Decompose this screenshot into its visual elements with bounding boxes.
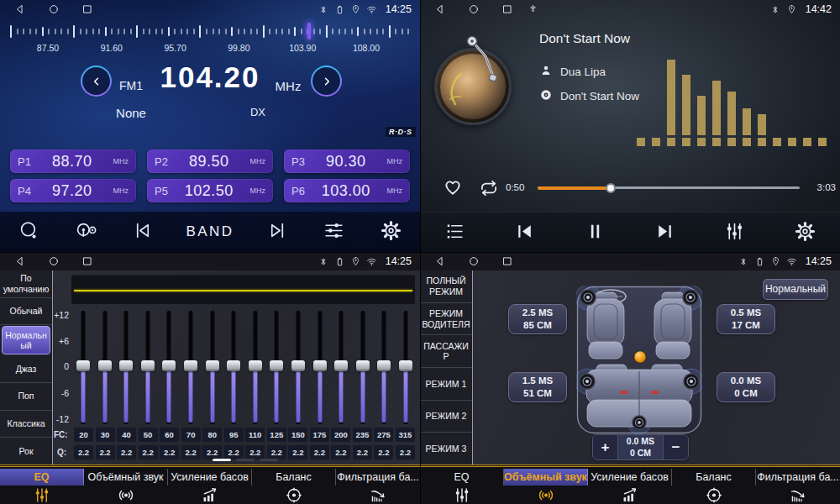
next-station-button[interactable]: [263, 220, 291, 244]
q-value-chip[interactable]: 2.2: [160, 445, 179, 459]
equalizer-button[interactable]: [721, 221, 749, 245]
fc-value-chip[interactable]: 275: [374, 428, 393, 442]
tab-filter[interactable]: Фильтрация ба...: [756, 465, 840, 504]
fc-value-chip[interactable]: 150: [288, 428, 307, 442]
slider-handle[interactable]: [98, 360, 112, 371]
recents-icon[interactable]: [81, 255, 93, 268]
broadcast-button[interactable]: [71, 220, 100, 244]
surround-mode-item[interactable]: РЕЖИМ 2: [420, 401, 472, 433]
slider-handle[interactable]: [162, 360, 176, 371]
tab-filter[interactable]: Фильтрация ба...: [336, 465, 420, 504]
search-button[interactable]: [14, 220, 43, 244]
rear-right-delay-button[interactable]: 0.0 MS 0 CM: [717, 372, 775, 402]
eq-band-slider[interactable]: [311, 311, 329, 424]
fc-value-chip[interactable]: 20: [74, 428, 93, 442]
q-value-chip[interactable]: 2.2: [96, 445, 115, 459]
back-icon[interactable]: [13, 3, 26, 16]
slider-handle[interactable]: [76, 360, 90, 371]
eq-band-slider[interactable]: [354, 311, 372, 424]
recents-icon[interactable]: [501, 3, 513, 16]
settings-button[interactable]: [790, 221, 819, 245]
fc-value-chip[interactable]: 175: [310, 428, 329, 442]
eq-band-slider[interactable]: [96, 311, 114, 424]
fc-value-chip[interactable]: 110: [245, 428, 265, 442]
fc-value-chip[interactable]: 60: [160, 428, 179, 442]
tab-surround-sound[interactable]: Объёмный звук: [504, 465, 588, 504]
tab-balance[interactable]: Баланс: [252, 465, 336, 504]
surround-mode-item[interactable]: РЕЖИМ 3: [420, 433, 472, 465]
tuner-scale[interactable]: [10, 23, 410, 40]
recents-icon[interactable]: [81, 3, 93, 16]
tab-eq[interactable]: EQ: [420, 465, 504, 504]
eq-page-dot[interactable]: [260, 459, 278, 461]
eq-band-slider[interactable]: [396, 311, 415, 424]
eq-band-slider[interactable]: [375, 311, 393, 424]
slider-handle[interactable]: [399, 360, 412, 371]
q-value-chip[interactable]: 2.2: [74, 445, 93, 459]
q-value-chip[interactable]: 2.2: [396, 445, 415, 459]
settings-button[interactable]: [377, 220, 406, 244]
eq-band-slider[interactable]: [224, 311, 243, 424]
radio-preset-button[interactable]: P390.30MHz: [284, 150, 410, 173]
q-value-chip[interactable]: 2.2: [245, 445, 265, 459]
tab-surround-sound[interactable]: Объёмный звук: [84, 465, 168, 504]
radio-preset-button[interactable]: P289.50MHz: [147, 150, 273, 173]
back-icon[interactable]: [433, 255, 446, 268]
tab-balance[interactable]: Баланс: [672, 465, 756, 504]
slider-handle[interactable]: [291, 360, 305, 371]
delay-increase-button[interactable]: +: [593, 435, 618, 459]
eq-band-slider[interactable]: [267, 311, 286, 424]
tab-bass-boost[interactable]: Усиление басов: [168, 465, 252, 504]
radio-preset-button[interactable]: P5102.50MHz: [147, 179, 273, 202]
slider-handle[interactable]: [119, 360, 133, 371]
repeat-button[interactable]: [478, 177, 500, 202]
eq-band-slider[interactable]: [332, 311, 350, 424]
tab-bass-boost[interactable]: Усиление басов: [588, 465, 672, 504]
eq-band-slider[interactable]: [139, 311, 157, 424]
eq-band-slider[interactable]: [117, 311, 135, 424]
q-value-chip[interactable]: 2.2: [288, 445, 307, 459]
progress-knob[interactable]: [606, 183, 616, 193]
previous-station-button[interactable]: [129, 220, 157, 244]
eq-preset-item[interactable]: Поп: [0, 383, 52, 411]
seek-up-button[interactable]: [311, 66, 342, 97]
slider-handle[interactable]: [249, 360, 262, 371]
q-value-chip[interactable]: 2.2: [139, 445, 158, 459]
eq-band-slider[interactable]: [74, 311, 92, 424]
radio-preset-button[interactable]: P497.20MHz: [10, 179, 136, 202]
band-button[interactable]: BAND: [186, 223, 234, 240]
fc-value-chip[interactable]: 315: [396, 428, 415, 442]
home-icon[interactable]: [467, 255, 480, 268]
radio-preset-button[interactable]: P6103.00MHz: [284, 179, 410, 202]
eq-preset-item[interactable]: Классика: [0, 411, 52, 438]
q-value-chip[interactable]: 2.2: [353, 445, 372, 459]
slider-handle[interactable]: [206, 360, 219, 371]
delay-decrease-button[interactable]: −: [663, 435, 688, 459]
front-right-delay-button[interactable]: 0.5 MS 17 CM: [717, 304, 775, 334]
eq-page-dot[interactable]: [213, 459, 231, 461]
surround-mode-item[interactable]: РЕЖИМ ВОДИТЕЛЯ: [420, 303, 472, 336]
slider-handle[interactable]: [184, 360, 197, 371]
fc-value-chip[interactable]: 40: [117, 428, 136, 442]
q-value-chip[interactable]: 2.2: [181, 445, 201, 459]
back-icon[interactable]: [13, 255, 26, 268]
favorite-button[interactable]: [442, 176, 464, 202]
slider-handle[interactable]: [227, 360, 240, 371]
q-value-chip[interactable]: 2.2: [267, 445, 286, 459]
back-icon[interactable]: [433, 3, 446, 16]
q-value-chip[interactable]: 2.2: [331, 445, 350, 459]
eq-preset-item[interactable]: Рок: [0, 438, 52, 465]
eq-band-slider[interactable]: [203, 311, 222, 424]
playlist-button[interactable]: [441, 221, 470, 245]
eq-preset-item[interactable]: Джаз: [0, 355, 52, 383]
fc-value-chip[interactable]: 50: [139, 428, 158, 442]
fc-value-chip[interactable]: 200: [331, 428, 350, 442]
q-value-chip[interactable]: 2.2: [224, 445, 244, 459]
tuner-settings-button[interactable]: [320, 220, 349, 244]
slider-handle[interactable]: [141, 360, 155, 371]
front-left-delay-button[interactable]: 2.5 MS 85 CM: [508, 304, 567, 334]
sound-profile-button[interactable]: Нормальный: [763, 279, 828, 300]
fc-value-chip[interactable]: 95: [224, 428, 244, 442]
slider-handle[interactable]: [356, 360, 370, 371]
rear-left-delay-button[interactable]: 1.5 MS 51 CM: [508, 372, 567, 402]
